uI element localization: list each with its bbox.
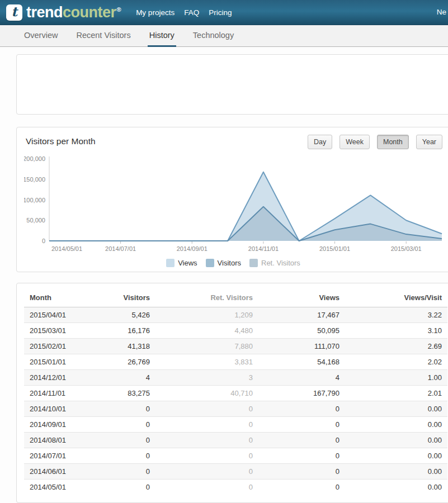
column-header-visitors[interactable]: Visitors <box>102 288 155 307</box>
month-cell: 2014/07/01 <box>24 448 102 464</box>
value-cell-ret-visitors: 0 <box>155 401 258 417</box>
table-row: 2014/08/010000.00 <box>24 433 447 448</box>
range-button-day[interactable]: Day <box>308 135 332 149</box>
value-cell-views: 111,070 <box>258 339 345 354</box>
value-cell-views-visit: 2.02 <box>345 354 447 370</box>
legend-label: Views <box>178 259 197 267</box>
value-cell-visitors: 0 <box>102 401 155 417</box>
legend-item-ret-visitors[interactable]: Ret. Visitors <box>249 259 300 267</box>
column-header-ret-visitors[interactable]: Ret. Visitors <box>155 288 258 307</box>
table-row: 2014/10/010000.00 <box>24 401 447 417</box>
value-cell-views-visit: 3.22 <box>345 307 447 323</box>
value-cell-views: 54,168 <box>258 354 345 370</box>
value-cell-ret-visitors: 0 <box>155 480 258 495</box>
value-cell-ret-visitors: 3 <box>155 370 258 386</box>
value-cell-visitors: 0 <box>102 480 155 495</box>
column-header-views[interactable]: Views <box>258 288 345 307</box>
table-row: 2014/07/010000.00 <box>24 448 447 464</box>
monthly-stats-table: MonthVisitorsRet. VisitorsViewsViews/Vis… <box>24 288 447 495</box>
empty-top-panel <box>16 54 448 115</box>
tab-recent-visitors[interactable]: Recent Visitors <box>74 25 132 47</box>
month-cell: 2015/04/01 <box>24 307 102 323</box>
month-cell: 2014/06/01 <box>24 464 102 480</box>
value-cell-ret-visitors: 40,710 <box>155 386 258 401</box>
legend-label: Ret. Visitors <box>261 259 300 267</box>
page-content: Visitors per Month DayWeekMonthYear 050,… <box>16 54 448 503</box>
value-cell-visitors: 0 <box>102 417 155 433</box>
brand-logo[interactable]: t trendcounter® <box>6 4 121 21</box>
value-cell-ret-visitors: 0 <box>155 464 258 480</box>
range-button-year[interactable]: Year <box>416 135 442 149</box>
month-cell: 2015/02/01 <box>24 339 102 354</box>
nav-item-my-projects[interactable]: My projects <box>136 8 175 17</box>
table-header-row: MonthVisitorsRet. VisitorsViewsViews/Vis… <box>24 288 447 307</box>
value-cell-views-visit: 3.10 <box>345 323 447 339</box>
value-cell-ret-visitors: 4,480 <box>155 323 258 339</box>
value-cell-views: 0 <box>258 417 345 433</box>
value-cell-ret-visitors: 7,880 <box>155 339 258 354</box>
legend-item-visitors[interactable]: Visitors <box>206 259 241 267</box>
value-cell-views: 0 <box>258 433 345 448</box>
x-axis-label: 2015/03/01 <box>391 245 422 252</box>
value-cell-views: 0 <box>258 401 345 417</box>
y-axis-label: 100,000 <box>24 197 45 203</box>
value-cell-ret-visitors: 0 <box>155 417 258 433</box>
table-row: 2015/02/0141,3187,880111,0702.69 <box>24 339 447 354</box>
tab-history[interactable]: History <box>148 25 176 47</box>
brand-name: trendcounter® <box>26 5 121 20</box>
table-row: 2015/03/0116,1764,48050,0953.10 <box>24 323 447 339</box>
table-row: 2014/06/010000.00 <box>24 464 447 480</box>
table-row: 2014/09/010000.00 <box>24 417 447 433</box>
value-cell-ret-visitors: 0 <box>155 433 258 448</box>
x-axis-label: 2014/11/01 <box>248 245 279 252</box>
table-row: 2014/11/0183,27540,710167,7902.01 <box>24 386 447 401</box>
month-cell: 2014/09/01 <box>24 417 102 433</box>
visitors-chart-panel: Visitors per Month DayWeekMonthYear 050,… <box>16 127 448 272</box>
month-cell: 2014/12/01 <box>24 370 102 386</box>
value-cell-views-visit: 2.69 <box>345 339 447 354</box>
value-cell-ret-visitors: 3,831 <box>155 354 258 370</box>
value-cell-views: 0 <box>258 448 345 464</box>
month-cell: 2015/01/01 <box>24 354 102 370</box>
tab-overview[interactable]: Overview <box>22 25 59 47</box>
nav-right-link-cut[interactable]: Ne <box>437 8 446 16</box>
value-cell-ret-visitors: 1,209 <box>155 307 258 323</box>
value-cell-views-visit: 0.00 <box>345 401 447 417</box>
month-cell: 2014/08/01 <box>24 433 102 448</box>
y-axis-label: 150,000 <box>24 176 45 183</box>
value-cell-views: 4 <box>258 370 345 386</box>
y-axis-label: 50,000 <box>26 217 45 224</box>
legend-swatch-views <box>166 259 175 267</box>
chart-title: Visitors per Month <box>24 135 96 146</box>
month-cell: 2014/11/01 <box>24 386 102 401</box>
tab-bar: OverviewRecent VisitorsHistoryTechnology <box>0 25 448 47</box>
month-cell: 2014/05/01 <box>24 480 102 495</box>
month-cell: 2014/10/01 <box>24 401 102 417</box>
value-cell-views-visit: 0.00 <box>345 448 447 464</box>
value-cell-views: 50,095 <box>258 323 345 339</box>
y-axis-label: 0 <box>42 238 45 244</box>
value-cell-visitors: 0 <box>102 433 155 448</box>
x-axis-label: 2014/07/01 <box>105 245 136 252</box>
monthly-stats-panel: MonthVisitorsRet. VisitorsViewsViews/Vis… <box>16 283 448 503</box>
nav-item-pricing[interactable]: Pricing <box>209 8 232 17</box>
column-header-month[interactable]: Month <box>24 288 102 307</box>
range-button-week[interactable]: Week <box>339 135 370 149</box>
top-navbar: t trendcounter® My projectsFAQPricing Ne <box>0 0 448 25</box>
value-cell-views-visit: 0.00 <box>345 480 447 495</box>
tab-technology[interactable]: Technology <box>191 25 235 47</box>
nav-item-faq[interactable]: FAQ <box>184 8 199 17</box>
brand-counter: counter <box>63 4 116 21</box>
value-cell-views-visit: 1.00 <box>345 370 447 386</box>
range-button-month[interactable]: Month <box>377 135 409 149</box>
value-cell-views-visit: 0.00 <box>345 417 447 433</box>
x-axis-label: 2015/01/01 <box>319 245 350 252</box>
x-axis-label: 2014/09/01 <box>177 245 208 252</box>
legend-item-views[interactable]: Views <box>166 259 197 267</box>
value-cell-visitors: 0 <box>102 448 155 464</box>
column-header-views-visit[interactable]: Views/Visit <box>345 288 447 307</box>
table-row: 2014/05/010000.00 <box>24 480 447 495</box>
value-cell-ret-visitors: 0 <box>155 448 258 464</box>
value-cell-views: 17,467 <box>258 307 345 323</box>
x-axis-label: 2014/05/01 <box>51 245 82 252</box>
